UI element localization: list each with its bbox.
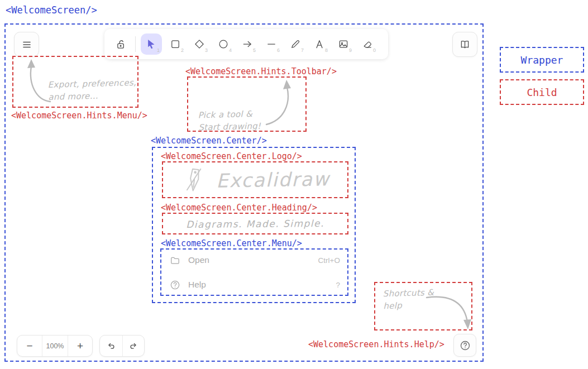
hint-toolbar-text: Pick a tool & Start drawing! — [198, 108, 261, 134]
tool-eraser[interactable]: 0 — [357, 33, 378, 55]
menu-item-label: Open — [188, 255, 209, 265]
center-heading-label: <WelcomeScreen.Center.Heading/> — [161, 203, 317, 213]
tool-shortcut: 0 — [373, 47, 376, 53]
tool-shortcut: 9 — [349, 47, 352, 53]
tool-selection[interactable]: 1 — [141, 33, 162, 55]
toolbar: 1 2 3 4 — [104, 29, 388, 59]
pen-nib-icon — [180, 165, 208, 194]
tool-shortcut: 3 — [205, 47, 208, 53]
zoom-level-reset[interactable]: 100% — [42, 336, 68, 356]
plus-icon: + — [77, 340, 83, 352]
undo-redo-controls — [99, 335, 145, 357]
pencil-icon — [290, 39, 301, 50]
tool-draw[interactable]: 7 — [285, 33, 306, 55]
tool-shortcut: 6 — [277, 47, 280, 53]
unlock-icon — [115, 39, 127, 50]
hints-toolbar-label: <WelcomeScreen.Hints.Toolbar/> — [185, 66, 337, 76]
menu-item-label: Help — [188, 280, 206, 290]
hints-menu-box: Export, preferences, and more... — [12, 56, 138, 108]
help-button[interactable] — [453, 334, 476, 357]
tool-shortcut: 1 — [157, 47, 160, 53]
hints-menu-label: <WelcomeScreen.Hints.Menu/> — [11, 111, 147, 121]
welcomescreen-label: <WelcomeScreen/> — [6, 4, 97, 16]
toolbar-separator — [135, 36, 136, 52]
menu-item-shortcut: ? — [336, 281, 340, 289]
tool-rectangle[interactable]: 2 — [165, 33, 186, 55]
excalidraw-welcome-docs-figure: <WelcomeScreen/> — [0, 0, 588, 369]
legend-child-label: Child — [527, 87, 557, 98]
hints-toolbar-box: Pick a tool & Start drawing! — [187, 76, 307, 132]
center-logo-label: <WelcomeScreen.Center.Logo/> — [161, 151, 302, 161]
menu-item-help[interactable]: Help ? — [169, 277, 340, 292]
book-icon — [459, 39, 471, 50]
library-button[interactable] — [452, 32, 477, 57]
eraser-icon — [362, 39, 373, 50]
tool-shortcut: 5 — [253, 47, 256, 53]
zoom-in-button[interactable]: + — [68, 336, 92, 356]
selection-cursor-icon — [146, 39, 157, 50]
tool-text[interactable]: 8 — [309, 33, 330, 55]
tool-shortcut: 7 — [301, 47, 304, 53]
excalidraw-logo: Excalidraw — [168, 165, 343, 194]
tool-shortcut: 4 — [229, 47, 232, 53]
undo-button[interactable] — [100, 336, 122, 356]
center-label: <WelcomeScreen.Center/> — [151, 136, 267, 146]
arrow-icon — [242, 39, 253, 50]
folder-icon — [169, 255, 180, 266]
legend-wrapper-label: Wrapper — [521, 54, 563, 66]
center-menu-label: <WelcomeScreen.Center.Menu/> — [161, 238, 302, 248]
tool-ellipse[interactable]: 4 — [213, 33, 234, 55]
lock-tool-button[interactable] — [111, 33, 130, 55]
minus-icon: − — [26, 340, 32, 352]
redo-button[interactable] — [122, 336, 145, 356]
question-circle-icon — [169, 279, 180, 290]
image-icon — [338, 39, 349, 50]
legend-child-box: Child — [500, 79, 584, 105]
main-menu-button[interactable] — [14, 32, 39, 57]
tool-image[interactable]: 9 — [333, 33, 354, 55]
logo-wordmark: Excalidraw — [216, 167, 330, 192]
hints-help-box: Shortcuts & help — [374, 282, 472, 330]
hints-help-label: <WelcomeScreen.Hints.Help/> — [308, 339, 444, 349]
hint-menu-text: Export, preferences, and more... — [47, 77, 136, 104]
redo-arrow-icon — [128, 341, 138, 351]
welcome-heading: Diagrams. Made. Simple. — [162, 212, 348, 236]
undo-arrow-icon — [106, 341, 116, 351]
tool-shortcut: 2 — [181, 47, 184, 53]
menu-item-shortcut: Ctrl+O — [318, 256, 340, 265]
menu-item-open[interactable]: Open Ctrl+O — [169, 253, 340, 267]
text-icon — [314, 39, 325, 50]
legend-wrapper-box: Wrapper — [500, 47, 584, 73]
hint-help-text: Shortcuts & help — [383, 287, 434, 313]
zoom-out-button[interactable]: − — [17, 336, 42, 356]
zoom-controls: − 100% + — [17, 335, 93, 357]
tool-diamond[interactable]: 3 — [189, 33, 210, 55]
question-circle-icon — [460, 340, 471, 351]
diamond-icon — [194, 39, 205, 50]
rectangle-icon — [170, 39, 181, 50]
line-icon — [266, 39, 277, 50]
hamburger-icon — [21, 39, 32, 50]
tool-shortcut: 8 — [325, 47, 328, 53]
tool-arrow[interactable]: 5 — [237, 33, 258, 55]
ellipse-icon — [218, 39, 229, 50]
tool-line[interactable]: 6 — [261, 33, 282, 55]
